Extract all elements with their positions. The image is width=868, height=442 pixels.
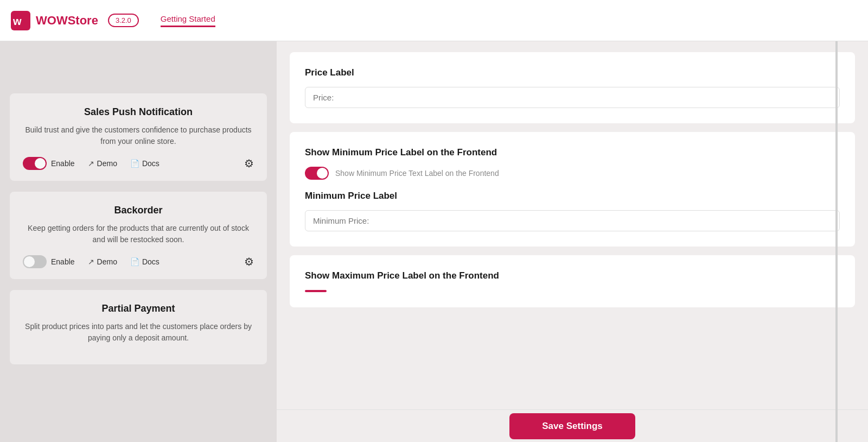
backorder-toggle-wrap: Enable (23, 255, 75, 268)
backorder-demo-link[interactable]: ↗ Demo (88, 257, 117, 266)
max-price-toggle-heading: Show Maximum Price Label on the Frontend (305, 270, 840, 281)
sales-push-toggle-wrap: Enable (23, 157, 75, 170)
partial-payment-desc: Split product prices into parts and let … (23, 321, 254, 344)
price-label-heading: Price Label (305, 67, 840, 78)
app-header: w WOWStore 3.2.0 Getting Started (0, 0, 868, 41)
sales-push-desc: Build trust and give the customers confi… (23, 124, 254, 147)
external-link-icon: ↗ (88, 257, 94, 266)
sales-push-card: Sales Push Notification Build trust and … (10, 93, 267, 181)
backorder-settings-icon[interactable]: ⚙ (244, 255, 254, 268)
logo-text: WOWStore (36, 14, 98, 28)
price-label-section: Price Label (290, 52, 855, 123)
min-price-toggle-heading: Show Minimum Price Label on the Frontend (305, 147, 840, 158)
external-link-icon: ↗ (88, 159, 94, 168)
partial-payment-card: Partial Payment Split product prices int… (10, 290, 267, 364)
svg-text:w: w (12, 15, 22, 27)
price-label-input[interactable] (305, 87, 840, 108)
sales-push-settings-icon[interactable]: ⚙ (244, 157, 254, 170)
sales-push-title: Sales Push Notification (23, 106, 254, 118)
partial-payment-title: Partial Payment (23, 303, 254, 314)
sales-push-toggle-label: Enable (51, 159, 75, 168)
backorder-title: Backorder (23, 205, 254, 216)
sales-push-docs-link[interactable]: 📄 Docs (130, 159, 159, 168)
getting-started-tab[interactable]: Getting Started (161, 14, 215, 27)
max-price-underline (305, 290, 327, 292)
backorder-toggle[interactable] (23, 255, 47, 268)
version-badge: 3.2.0 (108, 14, 139, 27)
backorder-actions: Enable ↗ Demo 📄 Docs ⚙ (23, 255, 254, 268)
docs-icon: 📄 (130, 257, 139, 266)
backorder-desc: Keep getting orders for the products tha… (23, 223, 254, 245)
docs-icon: 📄 (130, 159, 139, 168)
left-panel: Sales Push Notification Build trust and … (0, 41, 277, 442)
min-price-label-heading: Minimum Price Label (305, 191, 840, 201)
sales-push-actions: Enable ↗ Demo 📄 Docs ⚙ (23, 157, 254, 170)
sales-push-demo-link[interactable]: ↗ Demo (88, 159, 117, 168)
sales-push-toggle[interactable] (23, 157, 47, 170)
modal-content: Price Label Show Minimum Price Label on … (277, 41, 868, 442)
min-price-label-input[interactable] (305, 210, 840, 231)
min-price-toggle-row: Show Minimum Price Text Label on the Fro… (305, 167, 840, 180)
max-price-section: Show Maximum Price Label on the Frontend (290, 255, 855, 307)
backorder-toggle-label: Enable (51, 257, 75, 266)
min-price-toggle-sublabel: Show Minimum Price Text Label on the Fro… (335, 169, 499, 178)
vertical-separator (835, 0, 838, 442)
wowstore-logo-icon: w (11, 11, 30, 30)
backorder-card: Backorder Keep getting orders for the pr… (10, 192, 267, 279)
min-price-section: Show Minimum Price Label on the Frontend… (290, 132, 855, 247)
min-price-frontend-toggle[interactable] (305, 167, 329, 180)
bottom-bar: Save Settings (277, 409, 868, 442)
save-settings-button[interactable]: Save Settings (509, 413, 635, 439)
settings-panel: Name Your Price Settings Settings Design… (277, 0, 868, 442)
backorder-docs-link[interactable]: 📄 Docs (130, 257, 159, 266)
logo-area: w WOWStore 3.2.0 (11, 11, 139, 30)
